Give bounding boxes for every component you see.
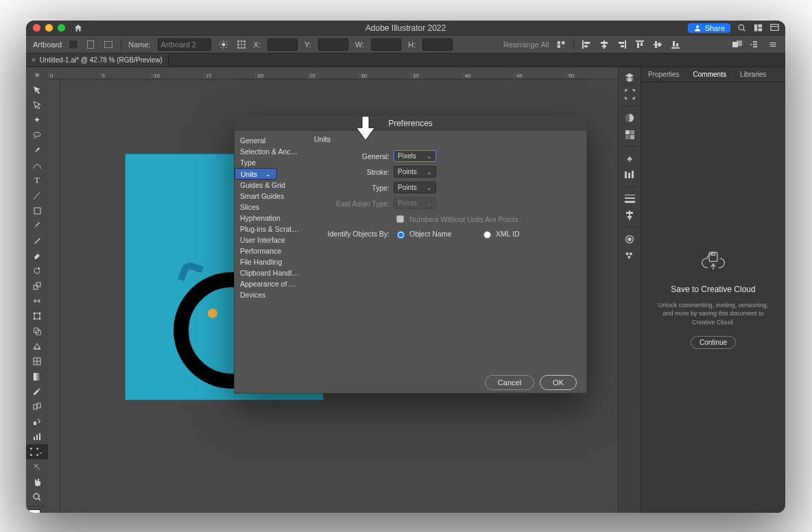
tab-properties[interactable]: Properties	[641, 67, 686, 82]
rotate-tool-icon[interactable]	[26, 263, 48, 278]
lasso-tool-icon[interactable]	[26, 128, 48, 143]
x-input[interactable]	[267, 38, 298, 51]
hand-tool-icon[interactable]	[26, 474, 48, 489]
panel-menu-icon[interactable]	[767, 40, 778, 49]
zoom-window-icon[interactable]	[58, 24, 65, 32]
width-tool-icon[interactable]	[26, 293, 48, 309]
rearrange-label[interactable]: Rearrange All	[503, 40, 549, 49]
share-button[interactable]: Share	[688, 23, 730, 33]
pref-item-selection-anchor-display[interactable]: Selection & Anchor Display	[235, 146, 304, 157]
appearance-panel-icon[interactable]	[623, 233, 636, 245]
shaper-tool-icon[interactable]	[26, 233, 48, 248]
artboard-presets-button[interactable]	[69, 40, 78, 49]
magic-wand-tool-icon[interactable]: ✦	[26, 112, 48, 128]
direct-select-tool-icon[interactable]	[26, 97, 48, 112]
pref-item-file-handling[interactable]: File Handling	[235, 256, 304, 267]
align-top-icon[interactable]	[634, 40, 645, 49]
minimize-window-icon[interactable]	[45, 24, 53, 32]
identify-by-xmlid-radio[interactable]: XML ID	[480, 229, 560, 239]
pen-tool-icon[interactable]	[26, 143, 48, 158]
stroke-panel-icon[interactable]	[623, 193, 636, 205]
blend-tool-icon[interactable]	[26, 399, 48, 414]
col-toggle-icon[interactable]: »	[26, 67, 48, 82]
align-vcenter-icon[interactable]	[652, 40, 663, 49]
align-left-icon[interactable]	[581, 40, 592, 49]
pref-item-appearance-of-black[interactable]: Appearance of Black	[235, 278, 304, 289]
stroke-units-select[interactable]: Points	[394, 166, 436, 178]
align-bottom-icon[interactable]	[670, 40, 681, 49]
svg-rect-54	[34, 422, 36, 425]
symbols-panel-icon[interactable]: ♣	[623, 152, 636, 165]
orientation-landscape-icon[interactable]	[103, 40, 114, 49]
pref-item-devices[interactable]: Devices	[235, 289, 304, 300]
zoom-tool-icon[interactable]	[26, 489, 48, 505]
pref-item-plug-ins-scratch-disks[interactable]: Plug-ins & Scratch Disks	[235, 223, 304, 234]
arrange-docs-icon[interactable]	[752, 23, 763, 34]
home-icon[interactable]	[73, 23, 83, 33]
pref-item-units[interactable]: Units	[235, 168, 277, 180]
pref-item-clipboard-handling[interactable]: Clipboard Handling	[235, 267, 304, 278]
fill-swatch[interactable]	[28, 509, 40, 513]
eyedropper-tool-icon[interactable]	[26, 384, 48, 399]
close-tab-icon[interactable]: ×	[32, 56, 36, 64]
artboard-options-icon[interactable]	[218, 40, 229, 49]
rearrange-icon[interactable]	[556, 40, 566, 49]
pref-item-hyphenation[interactable]: Hyphenation	[235, 213, 304, 223]
artboards-panel-icon[interactable]	[623, 88, 636, 100]
scale-tool-icon[interactable]	[26, 278, 48, 293]
tab-libraries[interactable]: Libraries	[733, 67, 773, 82]
pref-item-performance[interactable]: Performance	[235, 245, 304, 256]
pref-item-general[interactable]: General	[235, 135, 304, 146]
type-units-select[interactable]: Points	[394, 182, 436, 193]
assets-panel-icon[interactable]	[623, 250, 636, 262]
pref-item-slices[interactable]: Slices	[235, 202, 304, 213]
orientation-portrait-icon[interactable]	[85, 40, 96, 49]
gradient-tool-icon[interactable]	[26, 369, 48, 384]
align-right-icon[interactable]	[617, 40, 628, 49]
shape-builder-tool-icon[interactable]	[26, 324, 48, 339]
artboard-name-input[interactable]: Artboard 2	[158, 38, 211, 51]
pref-item-smart-guides[interactable]: Smart Guides	[235, 191, 304, 202]
pref-item-type[interactable]: Type	[235, 157, 304, 168]
swatches-panel-icon[interactable]	[623, 128, 636, 141]
panel-expand-icon[interactable]	[750, 40, 761, 49]
section-title: Units	[314, 135, 577, 143]
identify-by-name-radio[interactable]: Object Name	[394, 229, 473, 239]
brushes-panel-icon[interactable]	[623, 169, 636, 181]
align-panel-icon[interactable]	[623, 209, 636, 221]
ok-button[interactable]: OK	[540, 375, 577, 390]
rectangle-tool-icon[interactable]	[26, 203, 48, 218]
color-panel-icon[interactable]	[623, 112, 636, 124]
continue-button[interactable]: Continue	[691, 336, 736, 349]
y-input[interactable]	[318, 38, 348, 51]
brush-tool-icon[interactable]	[26, 218, 48, 233]
cancel-button[interactable]: Cancel	[485, 375, 534, 390]
w-input[interactable]	[371, 38, 401, 51]
fill-stroke-swatch[interactable]	[28, 509, 46, 513]
graph-tool-icon[interactable]	[26, 429, 48, 444]
curvature-tool-icon[interactable]	[26, 158, 48, 173]
pref-item-user-interface[interactable]: User Interface	[235, 234, 304, 245]
general-units-select[interactable]: Pixels	[394, 150, 436, 162]
free-transform-tool-icon[interactable]	[26, 309, 48, 324]
perspective-tool-icon[interactable]	[26, 339, 48, 354]
reference-point-icon[interactable]	[236, 40, 247, 49]
line-tool-icon[interactable]: ／	[26, 188, 48, 203]
h-input[interactable]	[422, 38, 453, 51]
close-window-icon[interactable]	[33, 24, 40, 32]
panel-gear-icon[interactable]	[732, 40, 743, 49]
symbol-spray-tool-icon[interactable]	[26, 414, 48, 429]
mesh-tool-icon[interactable]	[26, 354, 48, 369]
workspace-icon[interactable]	[769, 23, 780, 34]
layers-panel-icon[interactable]	[623, 71, 636, 84]
artboard-tool-icon[interactable]	[26, 444, 48, 459]
align-hcenter-icon[interactable]	[599, 40, 610, 49]
type-tool-icon[interactable]: T	[26, 173, 48, 188]
eraser-tool-icon[interactable]	[26, 248, 48, 263]
slice-tool-icon[interactable]	[26, 459, 48, 474]
pref-item-guides-grid[interactable]: Guides & Grid	[235, 180, 304, 191]
tab-comments[interactable]: Comments	[686, 67, 733, 82]
document-tab[interactable]: × Untitled-1.ai* @ 42.78 % (RGB/Preview)	[26, 53, 169, 66]
selection-tool-icon[interactable]	[26, 82, 48, 97]
search-icon[interactable]	[736, 23, 747, 34]
